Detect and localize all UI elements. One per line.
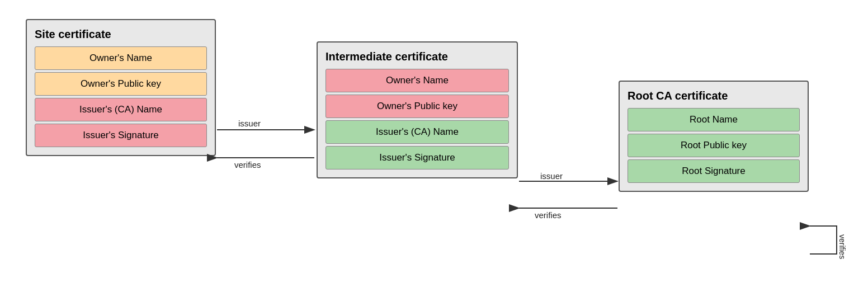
inter-cert-title: Intermediate certificate (326, 50, 509, 63)
site-field-issuer-name: Issuer's (CA) Name (35, 98, 207, 121)
inter-field-owner-name: Owner's Name (326, 69, 509, 92)
site-field-owner-pubkey: Owner's Public key (35, 72, 207, 96)
inter-field-issuer-sig: Issuer's Signature (326, 146, 509, 170)
inter-cert-fields: Owner's Name Owner's Public key Issuer's… (326, 69, 509, 170)
site-certificate: Site certificate Owner's Name Owner's Pu… (26, 19, 216, 156)
root-field-name: Root Name (628, 108, 800, 131)
issuer-label-2: issuer (540, 171, 563, 181)
site-field-owner-name: Owner's Name (35, 46, 207, 70)
inter-field-owner-pubkey: Owner's Public key (326, 95, 509, 118)
root-field-sig: Root Signature (628, 159, 800, 183)
root-field-pubkey: Root Public key (628, 134, 800, 157)
verifies-label-3: verifies (838, 234, 847, 259)
issuer-label-1: issuer (238, 119, 261, 128)
root-cert-fields: Root Name Root Public key Root Signature (628, 108, 800, 183)
inter-field-issuer-name: Issuer's (CA) Name (326, 120, 509, 144)
self-verifies-bracket (810, 226, 837, 254)
root-cert-title: Root CA certificate (628, 90, 800, 102)
root-ca-certificate: Root CA certificate Root Name Root Publi… (619, 81, 809, 192)
verifies-label-1: verifies (234, 160, 261, 170)
intermediate-certificate: Intermediate certificate Owner's Name Ow… (317, 41, 518, 178)
site-field-issuer-sig: Issuer's Signature (35, 124, 207, 147)
site-cert-title: Site certificate (35, 28, 207, 41)
verifies-label-2: verifies (535, 210, 562, 220)
diagram: Site certificate Owner's Name Owner's Pu… (15, 8, 853, 299)
site-cert-fields: Owner's Name Owner's Public key Issuer's… (35, 46, 207, 147)
